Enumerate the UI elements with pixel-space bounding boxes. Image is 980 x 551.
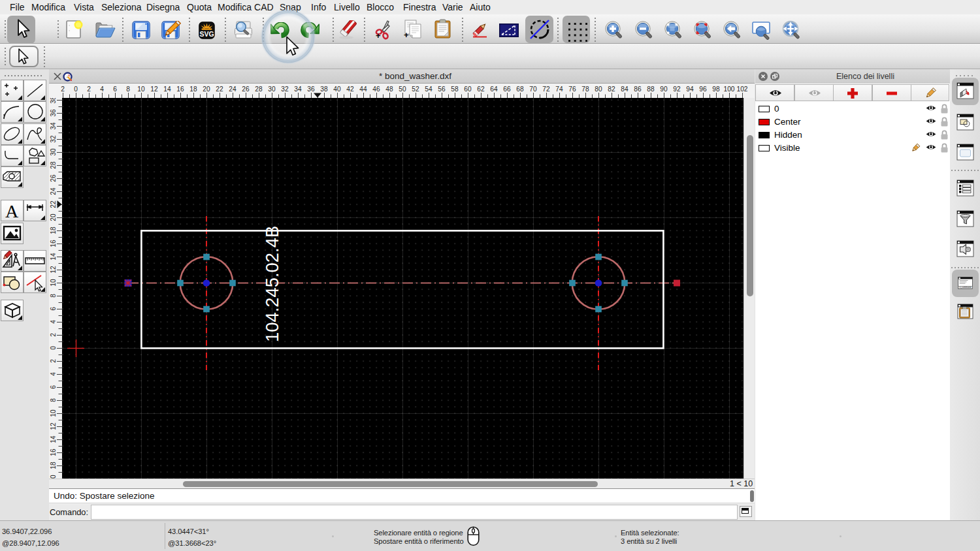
- svg-text:24: 24: [229, 86, 237, 93]
- svg-text:34: 34: [294, 86, 302, 93]
- svg-text:18: 18: [50, 462, 57, 469]
- svg-text:18: 18: [189, 86, 197, 93]
- svg-text:28: 28: [50, 161, 57, 169]
- svg-text:20: 20: [203, 86, 210, 93]
- svg-text:92: 92: [673, 86, 681, 93]
- svg-text:12: 12: [150, 86, 158, 93]
- svg-text:48: 48: [385, 86, 393, 93]
- svg-text:30: 30: [50, 148, 57, 156]
- svg-text:12: 12: [50, 422, 57, 430]
- svg-text:4: 4: [50, 372, 57, 376]
- svg-text:18: 18: [50, 227, 57, 234]
- svg-text:SVG: SVG: [199, 30, 214, 38]
- svg-text:+: +: [404, 30, 409, 40]
- svg-text:44: 44: [359, 86, 367, 93]
- svg-text:56: 56: [438, 86, 446, 93]
- svg-text:42: 42: [346, 86, 354, 93]
- svg-text:94: 94: [686, 86, 694, 93]
- svg-text:+: +: [376, 31, 381, 40]
- svg-text:78: 78: [581, 86, 589, 93]
- svg-text:64: 64: [490, 86, 498, 93]
- svg-text:6: 6: [113, 86, 117, 93]
- svg-text:10: 10: [50, 409, 57, 417]
- svg-text:20: 20: [50, 213, 57, 221]
- svg-text:8: 8: [50, 398, 57, 402]
- svg-text:8: 8: [126, 86, 130, 93]
- svg-text:4: 4: [50, 320, 57, 324]
- svg-text:88: 88: [647, 86, 655, 93]
- svg-text:38: 38: [320, 86, 328, 93]
- svg-text:96: 96: [699, 86, 707, 93]
- svg-text:50: 50: [399, 86, 406, 93]
- svg-text:22: 22: [216, 86, 223, 93]
- svg-text:0: 0: [74, 86, 78, 93]
- svg-text:28: 28: [255, 86, 263, 93]
- svg-text:2: 2: [61, 86, 65, 93]
- svg-text:38: 38: [50, 98, 57, 104]
- svg-text:102: 102: [737, 86, 748, 93]
- svg-text:74: 74: [555, 86, 563, 93]
- svg-text:14: 14: [50, 253, 57, 260]
- svg-text:10: 10: [137, 86, 145, 93]
- svg-text:14: 14: [163, 86, 171, 93]
- svg-text:16: 16: [176, 86, 184, 93]
- svg-text:70: 70: [529, 86, 537, 93]
- svg-text:4: 4: [100, 86, 104, 93]
- svg-text:72: 72: [542, 86, 550, 93]
- svg-text:30: 30: [268, 86, 276, 93]
- svg-text:6: 6: [50, 385, 57, 389]
- svg-text:62: 62: [477, 86, 485, 93]
- svg-text:52: 52: [412, 86, 419, 93]
- svg-text:16: 16: [50, 449, 57, 456]
- svg-text:2: 2: [50, 359, 57, 363]
- svg-text:32: 32: [50, 135, 57, 143]
- svg-text:16: 16: [50, 240, 57, 247]
- svg-text:26: 26: [50, 174, 57, 182]
- svg-text:60: 60: [464, 86, 472, 93]
- svg-text:24: 24: [50, 187, 57, 195]
- svg-text:76: 76: [568, 86, 576, 93]
- svg-text:54: 54: [425, 86, 433, 93]
- svg-text:36: 36: [307, 86, 315, 93]
- svg-text:0: 0: [50, 346, 57, 350]
- svg-text:68: 68: [516, 86, 524, 93]
- svg-text:2: 2: [87, 86, 91, 93]
- svg-text:80: 80: [595, 86, 602, 93]
- svg-text:82: 82: [608, 86, 615, 93]
- svg-text:12: 12: [50, 266, 57, 274]
- svg-text:36: 36: [50, 109, 57, 117]
- svg-text:104.245.02.4B: 104.245.02.4B: [262, 226, 282, 342]
- svg-text:6: 6: [50, 307, 57, 311]
- svg-text:86: 86: [634, 86, 642, 93]
- svg-text:10: 10: [50, 279, 57, 287]
- svg-text:22: 22: [50, 200, 57, 208]
- svg-text:58: 58: [451, 86, 459, 93]
- svg-text:66: 66: [503, 86, 511, 93]
- svg-text:98: 98: [712, 86, 720, 93]
- svg-text:100: 100: [724, 86, 735, 93]
- svg-text:46: 46: [372, 86, 380, 93]
- svg-text:32: 32: [281, 86, 289, 93]
- svg-text:84: 84: [621, 86, 629, 93]
- svg-text:34: 34: [50, 122, 57, 130]
- svg-text:26: 26: [242, 86, 250, 93]
- svg-text:14: 14: [50, 435, 57, 443]
- svg-text:8: 8: [50, 294, 57, 298]
- svg-text:40: 40: [333, 86, 341, 93]
- svg-text:90: 90: [660, 86, 668, 93]
- svg-text:2: 2: [50, 333, 57, 337]
- svg-text:<_command: <_command: [960, 286, 972, 289]
- svg-text:A: A: [5, 201, 18, 221]
